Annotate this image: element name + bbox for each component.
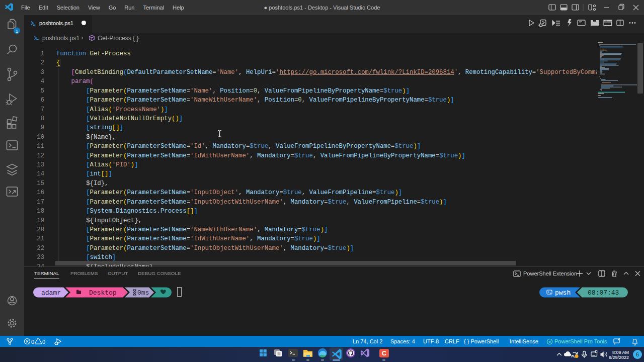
svg-text:C: C [382,349,387,357]
svg-text:08:07:43: 08:07:43 [588,289,619,297]
svg-text:adamr: adamr [41,289,61,297]
svg-text:Desktop: Desktop [89,289,117,297]
svg-text:pwsh: pwsh [555,289,571,297]
svg-text:0ms: 0ms [137,289,149,297]
svg-text:e: e [548,339,551,344]
svg-text:1: 1 [16,29,18,34]
